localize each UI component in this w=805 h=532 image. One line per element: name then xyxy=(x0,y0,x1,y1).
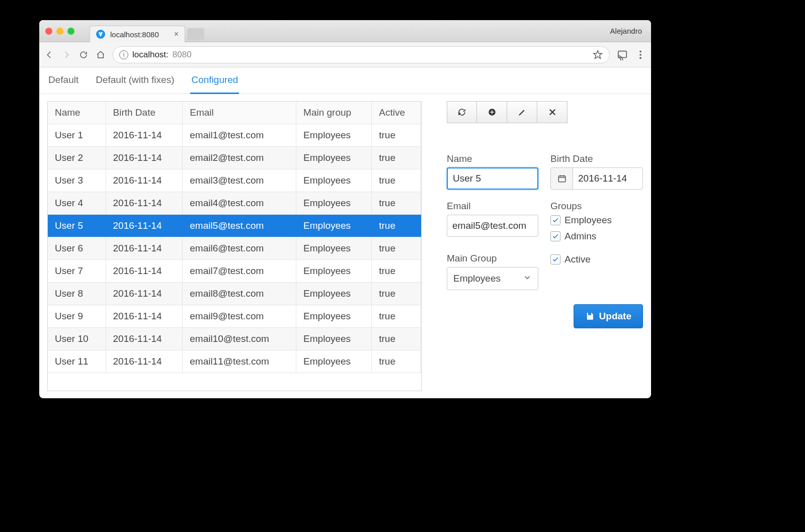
content: NameBirth DateEmailMain groupActive User… xyxy=(39,94,651,398)
back-icon[interactable] xyxy=(44,50,54,60)
input-birth[interactable] xyxy=(573,167,643,190)
table-row[interactable]: User 92016-11-14email9@test.comEmployees… xyxy=(48,305,421,328)
refresh-button[interactable] xyxy=(447,101,477,123)
field-birth: Birth Date xyxy=(550,153,643,190)
cell-name: User 7 xyxy=(48,260,106,283)
label-main-group: Main Group xyxy=(447,253,538,264)
cell-active: true xyxy=(372,215,421,237)
cell-active: true xyxy=(372,124,421,147)
cell-email: email2@test.com xyxy=(183,147,296,169)
cell-group: Employees xyxy=(296,237,372,260)
cell-name: User 9 xyxy=(48,305,106,328)
svg-rect-0 xyxy=(618,51,627,57)
cell-email: email1@test.com xyxy=(183,124,296,147)
table-row[interactable]: User 42016-11-14email4@test.comEmployees… xyxy=(48,192,421,215)
cell-name: User 10 xyxy=(48,328,106,350)
delete-button[interactable] xyxy=(537,101,568,123)
table-row[interactable]: User 62016-11-14email6@test.comEmployees… xyxy=(48,237,421,260)
tab-title: localhost:8080 xyxy=(110,30,159,39)
home-icon[interactable] xyxy=(96,50,106,60)
update-button[interactable]: Update xyxy=(574,304,643,328)
close-window-button[interactable] xyxy=(45,28,52,35)
cell-name: User 11 xyxy=(48,350,106,373)
table-row[interactable]: User 22016-11-14email2@test.comEmployees… xyxy=(48,147,421,169)
users-grid[interactable]: NameBirth DateEmailMain groupActive User… xyxy=(47,101,422,391)
cell-birth: 2016-11-14 xyxy=(106,283,183,305)
table-row[interactable]: User 112016-11-14email11@test.comEmploye… xyxy=(48,350,421,373)
new-tab-button[interactable] xyxy=(187,28,204,40)
cell-email: email7@test.com xyxy=(183,260,296,283)
input-name[interactable] xyxy=(447,167,538,190)
profile-name[interactable]: Alejandro xyxy=(610,27,645,35)
field-active: Active xyxy=(550,253,643,290)
cell-birth: 2016-11-14 xyxy=(106,328,183,350)
checkbox-group-admins[interactable]: Admins xyxy=(550,231,643,242)
minimize-window-button[interactable] xyxy=(56,28,63,35)
label-email: Email xyxy=(447,201,538,212)
reload-icon[interactable] xyxy=(78,50,89,60)
table-row[interactable]: User 82016-11-14email8@test.comEmployees… xyxy=(48,283,421,305)
table-row[interactable]: User 12016-11-14email1@test.comEmployees… xyxy=(48,124,421,147)
cell-email: email8@test.com xyxy=(183,283,296,305)
action-buttons xyxy=(447,101,643,123)
checkbox-group-employees[interactable]: Employees xyxy=(550,215,643,226)
cell-name: User 2 xyxy=(48,147,106,169)
col-birth-date[interactable]: Birth Date xyxy=(106,102,183,124)
chevron-down-icon xyxy=(523,273,532,285)
cast-icon[interactable] xyxy=(617,49,628,60)
table-row[interactable]: User 52016-11-14email5@test.comEmployees… xyxy=(48,215,421,237)
cell-active: true xyxy=(372,283,421,305)
edit-button[interactable] xyxy=(507,101,537,123)
select-value: Employees xyxy=(453,273,501,284)
maximize-window-button[interactable] xyxy=(67,28,74,35)
url-port: 8080 xyxy=(173,50,192,60)
col-main-group[interactable]: Main group xyxy=(296,102,372,124)
cell-active: true xyxy=(372,260,421,283)
field-name: Name xyxy=(447,153,538,190)
table-row[interactable]: User 32016-11-14email3@test.comEmployees… xyxy=(48,169,421,192)
browser-tab[interactable]: localhost:8080 × xyxy=(90,26,185,43)
tab-close-icon[interactable]: × xyxy=(174,30,179,39)
svg-point-2 xyxy=(639,54,641,56)
cell-active: true xyxy=(372,237,421,260)
cell-birth: 2016-11-14 xyxy=(106,350,183,373)
bookmark-star-icon[interactable] xyxy=(592,49,603,60)
col-name[interactable]: Name xyxy=(48,102,106,124)
input-email[interactable] xyxy=(447,215,538,237)
tab-default[interactable]: Default xyxy=(47,74,79,94)
label-name: Name xyxy=(447,153,538,164)
svg-point-3 xyxy=(639,57,641,59)
cell-group: Employees xyxy=(296,169,372,192)
cell-birth: 2016-11-14 xyxy=(106,260,183,283)
add-button[interactable] xyxy=(477,101,507,123)
url-input[interactable]: i localhost:8080 xyxy=(113,46,610,63)
checkbox-active[interactable]: Active xyxy=(550,254,643,265)
cell-name: User 8 xyxy=(48,283,106,305)
cell-name: User 5 xyxy=(48,215,106,237)
col-email[interactable]: Email xyxy=(183,102,296,124)
window-controls xyxy=(45,28,74,35)
cell-group: Employees xyxy=(296,147,372,169)
cell-group: Employees xyxy=(296,350,372,373)
cell-active: true xyxy=(372,328,421,350)
calendar-icon[interactable] xyxy=(550,167,573,190)
cell-birth: 2016-11-14 xyxy=(106,192,183,215)
select-main-group[interactable]: Employees xyxy=(447,267,538,290)
cell-active: true xyxy=(372,305,421,328)
table-row[interactable]: User 102016-11-14email10@test.comEmploye… xyxy=(48,328,421,350)
tab-default-fixes[interactable]: Default (with fixes) xyxy=(95,74,175,94)
urlbar: i localhost:8080 xyxy=(39,42,651,67)
cell-group: Employees xyxy=(296,283,372,305)
col-active[interactable]: Active xyxy=(372,102,421,124)
cell-group: Employees xyxy=(296,305,372,328)
label-active: Active xyxy=(565,254,591,265)
tab-configured[interactable]: Configured xyxy=(190,74,239,94)
cell-birth: 2016-11-14 xyxy=(106,147,183,169)
cell-email: email9@test.com xyxy=(183,305,296,328)
kebab-menu-icon[interactable] xyxy=(635,49,646,60)
browser-window: localhost:8080 × Alejandro i localhost:8… xyxy=(39,20,651,398)
app-tabs: Default Default (with fixes) Configured xyxy=(39,67,651,94)
site-info-icon[interactable]: i xyxy=(119,50,128,59)
edit-form: Name Birth Date Email xyxy=(447,153,643,290)
table-row[interactable]: User 72016-11-14email7@test.comEmployees… xyxy=(48,260,421,283)
